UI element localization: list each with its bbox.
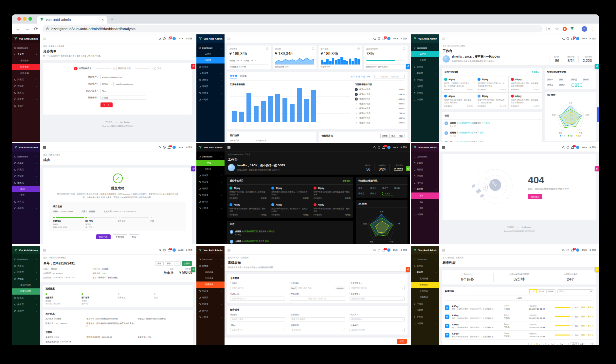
group-link[interactable]: 科学搬砖组 xyxy=(444,88,452,90)
help-icon[interactable]: ? xyxy=(378,249,380,251)
sidebar-item[interactable]: 工作台∨ xyxy=(411,51,439,57)
more-link[interactable]: 更多 ∨ xyxy=(588,334,593,337)
activity-link[interactable]: 八月迭代 xyxy=(267,230,275,232)
app-logo[interactable]: Vue Antd Admin xyxy=(411,143,439,152)
edit-link[interactable]: 编辑 xyxy=(581,306,585,309)
sidebar-item[interactable]: 分步表单∨ xyxy=(196,275,225,282)
sidebar-item[interactable]: Dashboard∨ xyxy=(196,45,225,51)
new-tab-button[interactable]: + xyxy=(111,16,114,22)
sidebar-item[interactable]: 小组件∨ xyxy=(196,314,225,320)
sidebar-item[interactable]: 分步表单∨ xyxy=(12,64,40,70)
action-button[interactable]: 操作 xyxy=(165,261,173,265)
project-cell[interactable]: Alipay希望是一个好东西，也许是最好的，好东西是不会消亡的科学搬砖组9小时前 xyxy=(442,76,475,93)
activity-link[interactable]: 八月迭代 xyxy=(482,122,490,124)
group-link[interactable]: 科学搬砖组 xyxy=(271,197,280,199)
more-link[interactable]: 更多 ∨ xyxy=(588,306,593,309)
project-cell[interactable]: Alipay那时候我只会想自己想要什么，从不想自己拥有什么科学搬砖组9小时前 xyxy=(269,185,311,201)
translate-icon[interactable]: 文 xyxy=(547,27,551,31)
amount-input[interactable]: ¥ 5000 xyxy=(100,96,146,100)
task-type-select[interactable]: 请选择任务类型∨ xyxy=(350,328,405,332)
action-button[interactable]: 操作 xyxy=(155,261,164,265)
group-link[interactable]: 科学搬砖组 xyxy=(229,197,238,199)
sidebar-item[interactable]: 小组件∨ xyxy=(196,205,225,211)
legend-item[interactable]: 个人 xyxy=(371,244,376,244)
help-icon[interactable]: ? xyxy=(567,37,569,40)
help-icon[interactable]: ? xyxy=(163,146,166,149)
language-switcher[interactable]: ⊕简体 xyxy=(589,37,596,40)
range-link[interactable]: 本周 xyxy=(356,76,360,78)
group-link[interactable]: 科学搬砖组 xyxy=(511,105,519,107)
theme-settings-button[interactable]: ⚙ xyxy=(406,166,410,171)
language-switcher[interactable]: ⊕简体 xyxy=(186,146,192,149)
user-avatar[interactable] xyxy=(387,37,390,40)
legend-item[interactable]: 部门 xyxy=(387,244,392,244)
app-logo[interactable]: Vue Antd Admin xyxy=(196,34,225,43)
sidebar-item[interactable]: 小组件∨ xyxy=(12,308,40,314)
task-desc-input[interactable]: 请输入任务描述 xyxy=(290,317,345,321)
edit-link[interactable]: 编辑 xyxy=(581,324,585,327)
channel-radio[interactable]: 门店 xyxy=(397,134,405,138)
project-cell[interactable]: Alipay城镇中有那么多的酒馆，她却偏偏走进了我的酒馆科学搬砖组9小时前 xyxy=(442,93,475,109)
page-button[interactable]: ‹ xyxy=(528,343,532,345)
help-icon[interactable]: ? xyxy=(378,37,380,40)
sidebar-item[interactable]: 列表页∨ xyxy=(411,70,439,77)
project-cell[interactable]: Alipay那是一种内在的东西，他们到达不了，也无法触及的科学搬砖组9小时前 xyxy=(269,201,311,218)
sidebar-item[interactable]: 表单页∨ xyxy=(12,160,40,166)
payee-type-select[interactable]: 支付宝∨ xyxy=(100,82,114,86)
quick-op-link[interactable]: 操作五 xyxy=(547,83,558,86)
page-button[interactable]: 1 xyxy=(533,343,536,345)
language-switcher[interactable]: ⊕简体 xyxy=(401,37,407,40)
sidebar-item[interactable]: 列表页∨ xyxy=(196,288,225,294)
sidebar-item[interactable]: 异常页∨ xyxy=(411,186,439,192)
app-logo[interactable]: Vue Antd Admin xyxy=(196,246,225,254)
help-icon[interactable]: ? xyxy=(567,249,569,251)
theme-settings-button[interactable]: ⚙ xyxy=(406,267,410,272)
sidebar-item[interactable]: 结果页∨ xyxy=(196,83,225,90)
sidebar-item[interactable]: 结果页∨ xyxy=(196,301,225,307)
close-window-button[interactable] xyxy=(17,17,21,21)
extension-icon[interactable] xyxy=(563,27,567,31)
footer-link[interactable]: Ant Design xyxy=(522,226,531,228)
task-row[interactable]: 支 AliPay那是一种内在的东西，他们到达不了，也无法触及的 Owner付晓晓… xyxy=(445,331,593,340)
task-row[interactable]: 支 AliPay那是一种内在的东西，他们到达不了，也无法触及的 Owner付晓晓… xyxy=(445,303,593,312)
search-icon[interactable] xyxy=(159,38,161,40)
payee-name-input[interactable]: Alex xyxy=(100,89,146,93)
sidebar-item[interactable]: 异常页∨ xyxy=(12,301,40,308)
bookmark-star-icon[interactable]: ☆ xyxy=(555,26,559,31)
sidebar-item[interactable]: 列表页∨ xyxy=(196,70,225,77)
channel-radio[interactable]: 全渠道 xyxy=(380,134,390,138)
sidebar-item[interactable]: 详情页∨ xyxy=(196,294,225,301)
sidebar-item[interactable]: 分析页∨ xyxy=(411,57,439,64)
sidebar-item[interactable]: 异常页∨ xyxy=(12,198,40,205)
language-switcher[interactable]: ⊕简体 xyxy=(186,37,192,40)
sidebar-item[interactable]: 工作台∨ xyxy=(196,51,225,57)
theme-settings-button[interactable]: ⚙ xyxy=(595,166,599,171)
language-switcher[interactable]: ⊕简体 xyxy=(589,146,596,149)
sidebar-item[interactable]: 失败∨ xyxy=(12,192,40,198)
sidebar-item[interactable]: Dashboard∨ xyxy=(411,256,439,263)
user-avatar[interactable] xyxy=(387,146,390,149)
edit-link[interactable]: 编辑 xyxy=(581,315,585,318)
theme-settings-button[interactable]: ⚙ xyxy=(191,166,195,171)
sidebar-item[interactable]: 异常页∨ xyxy=(411,314,439,320)
sidebar-item[interactable]: 高级表单∨ xyxy=(12,70,40,76)
sidebar-item[interactable]: 表单页∨ xyxy=(411,263,439,269)
info-icon[interactable]: i xyxy=(403,47,405,50)
date-range-picker[interactable]: 开始日期~结束日期 xyxy=(374,75,405,79)
app-logo[interactable]: Vue Antd Admin xyxy=(12,246,40,254)
sidebar-item[interactable]: 卡片列表∨ xyxy=(411,288,439,294)
quick-op-link[interactable]: 操作一 xyxy=(358,187,369,190)
page-button[interactable]: 2 xyxy=(537,343,541,345)
project-cell[interactable]: Alipay城镇中有那么多的酒馆，她却偏偏走进了我的酒馆科学搬砖组9小时前 xyxy=(509,76,542,93)
app-logo[interactable]: Vue Antd Admin xyxy=(12,34,40,43)
sidebar-item[interactable]: 标准列表∨ xyxy=(411,282,439,288)
user-avatar[interactable] xyxy=(387,248,390,252)
collapse-menu-icon[interactable] xyxy=(43,38,46,40)
sidebar-item[interactable]: 结果页∨ xyxy=(12,295,40,301)
theme-settings-button[interactable]: ⚙ xyxy=(595,267,599,272)
sidebar-item[interactable]: 表单页∨ xyxy=(12,263,40,269)
sidebar-item[interactable]: Dashboard∨ xyxy=(12,153,40,160)
app-logo[interactable]: Vue Antd Admin xyxy=(196,143,225,152)
page-button[interactable]: ··· xyxy=(556,343,559,345)
browser-tab[interactable]: vue-antd-admin × xyxy=(37,16,107,24)
